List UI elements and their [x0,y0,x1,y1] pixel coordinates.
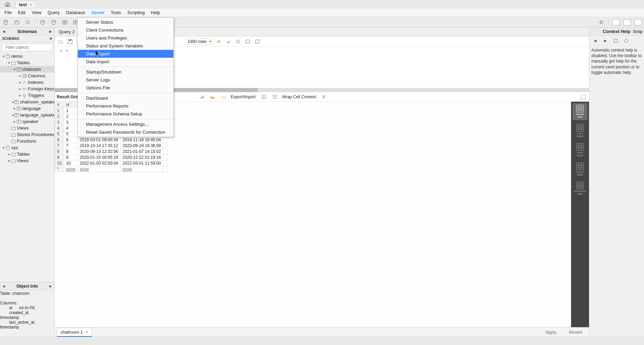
connection-tab-label: test [19,2,27,7]
toolbar-btn-6[interactable] [61,19,68,26]
menu-bar: FileEditViewQueryDatabaseServerToolsScri… [0,8,644,17]
svg-point-3 [41,20,44,22]
folder-sql-icon [14,20,20,25]
db-icon [40,20,45,25]
table-icon [62,20,67,25]
toolbar-btn-5[interactable] [50,19,57,26]
menu-query[interactable]: Query [44,9,63,16]
connection-tab-bar: test × [0,0,644,8]
menu-view[interactable]: View [29,9,44,16]
inspector-button[interactable] [24,19,32,26]
home-button[interactable] [0,0,15,8]
new-sql-tab-button[interactable] [2,19,10,26]
menu-scripting[interactable]: Scripting [124,9,148,16]
server-menu-item[interactable]: Server Status [78,18,173,26]
server-menu[interactable]: Server StatusClient ConnectionsUsers and… [77,17,174,27]
home-icon [5,1,10,7]
server-menu-item[interactable]: Client Connections [78,26,173,27]
svg-rect-0 [4,20,7,24]
menu-edit[interactable]: Edit [15,9,29,16]
svg-point-2 [26,21,29,23]
file-sql-icon [3,20,9,25]
toggle-output-button[interactable] [623,19,631,25]
db-plus-icon [51,20,56,25]
svg-point-4 [52,20,55,22]
menu-server[interactable]: Server [88,9,107,16]
toggle-secondary-sidebar-button[interactable] [634,19,642,25]
menu-database[interactable]: Database [63,9,88,16]
menu-help[interactable]: Help [148,9,163,16]
toolbar-btn-4[interactable] [39,19,46,26]
open-sql-button[interactable] [13,19,21,26]
menu-tools[interactable]: Tools [108,9,124,16]
refresh-icon [599,20,604,25]
connection-tab[interactable]: test × [15,1,36,8]
svg-rect-1 [15,21,19,24]
magnifier-db-icon [25,20,31,25]
reconnect-button[interactable] [598,19,605,26]
toggle-sidebar-button[interactable] [612,19,620,25]
menu-file[interactable]: File [1,9,15,16]
close-icon[interactable]: × [30,2,32,7]
